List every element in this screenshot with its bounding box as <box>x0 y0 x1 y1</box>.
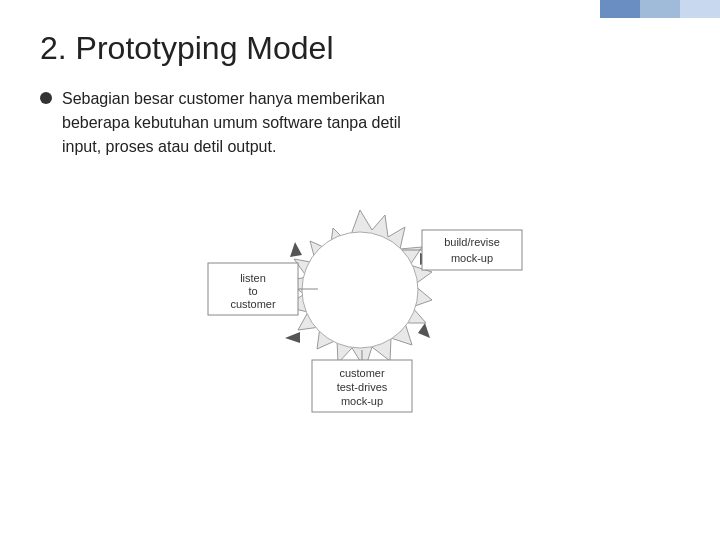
svg-rect-1 <box>640 0 680 18</box>
svg-point-3 <box>302 232 418 348</box>
svg-text:mock-up: mock-up <box>451 252 493 264</box>
label-listen: listen <box>240 272 266 284</box>
bullet-line3: input, proses atau detil output. <box>62 138 276 155</box>
svg-text:mock-up: mock-up <box>341 395 383 407</box>
bullet-line1: Sebagian besar customer hanya memberikan <box>62 90 385 107</box>
svg-rect-2 <box>680 0 720 18</box>
svg-marker-5 <box>418 323 430 338</box>
label-customer-test: customer <box>339 367 385 379</box>
bullet-text: Sebagian besar customer hanya memberikan… <box>62 87 401 159</box>
prototyping-diagram: listen to customer build/revise mock-up … <box>190 175 530 425</box>
svg-marker-6 <box>285 332 300 343</box>
slide-title: 2. Prototyping Model <box>40 30 680 67</box>
corner-decoration <box>600 0 720 18</box>
svg-text:to: to <box>248 285 257 297</box>
bullet-marker <box>40 92 52 104</box>
svg-text:customer: customer <box>230 298 276 310</box>
bullet-item: Sebagian besar customer hanya memberikan… <box>40 87 680 159</box>
svg-text:test-drives: test-drives <box>337 381 388 393</box>
bullet-line2: beberapa kebutuhan umum software tanpa d… <box>62 114 401 131</box>
label-build: build/revise <box>444 236 500 248</box>
svg-marker-7 <box>290 242 302 257</box>
slide-container: 2. Prototyping Model Sebagian besar cust… <box>0 0 720 455</box>
svg-rect-0 <box>600 0 640 18</box>
diagram-container: listen to customer build/revise mock-up … <box>40 175 680 425</box>
